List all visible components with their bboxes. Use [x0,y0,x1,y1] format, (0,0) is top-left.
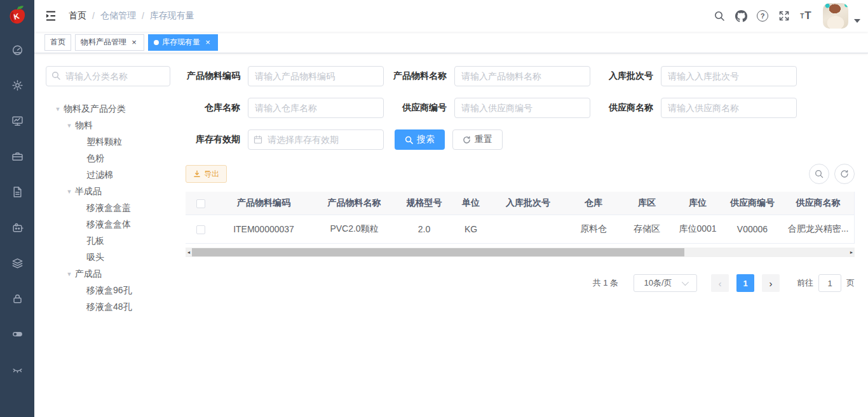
form-field: 仓库名称 [186,98,384,118]
text-input[interactable] [661,66,797,86]
document-icon[interactable] [0,174,34,209]
scrollbar-thumb[interactable] [192,248,684,256]
tree-node[interactable]: ▼塑料颗粒 [46,134,170,150]
reset-button-label: 重置 [475,134,492,145]
tab-close-icon[interactable]: × [203,38,212,47]
tree-expand-icon[interactable]: ▼ [64,122,75,129]
inventory-table: 产品物料编码产品物料名称规格型号单位入库批次号仓库库区库位供应商编号供应商名称 … [186,192,855,244]
tree-node[interactable]: ▼孔板 [46,233,170,249]
breadcrumb-item[interactable]: 首页 [69,10,86,22]
column-header: 单位 [451,197,491,209]
column-header: 仓库 [566,197,621,209]
content-area: ▼物料及产品分类▼物料▼塑料颗粒▼色粉▼过滤棉▼半成品▼移液盒盒盖▼移液盒盒体▼… [34,53,868,417]
tree-node-label: 物料 [75,120,93,131]
goto-page: 前往 页 [797,274,855,292]
page-number-button[interactable]: 1 [736,274,754,292]
tree-node-label: 半成品 [75,186,102,197]
text-input[interactable] [248,98,384,118]
tab-label: 首页 [50,37,65,48]
column-header: 库位 [672,197,723,209]
form-field-label: 入库批次号 [599,70,661,82]
lock-icon[interactable] [0,281,34,316]
monitor-icon[interactable] [0,103,34,138]
tab-close-icon[interactable]: × [130,38,139,47]
tree-node[interactable]: ▼物料及产品分类 [46,101,170,117]
tree-node[interactable]: ▼物料 [46,117,170,134]
text-input[interactable] [248,66,384,86]
scroll-left-button[interactable]: ◄ [186,248,192,257]
tree-node[interactable]: ▼移液盒96孔 [46,282,170,299]
toggle-icon[interactable] [0,316,34,352]
date-picker-input[interactable] [248,129,384,150]
github-icon[interactable] [730,0,752,32]
tree-node[interactable]: ▼移液盒盒盖 [46,200,170,216]
settings-icon[interactable] [0,67,34,103]
eye-closed-icon[interactable] [0,352,34,387]
tab-label: 物料产品管理 [81,37,126,48]
page-size-select[interactable]: 10条/页 [634,274,697,292]
goto-page-input[interactable] [818,274,841,292]
app-root: K 首页/仓储管理/库存现有量 ?TT 首页物料产品管理×库存现有量× [0,0,868,417]
tree-node[interactable]: ▼过滤棉 [46,167,170,183]
user-menu-caret-icon[interactable] [854,19,860,23]
column-header: 产品物料编码 [216,197,311,209]
prev-page-button[interactable]: ‹ [711,274,729,292]
tree-node[interactable]: ▼色粉 [46,150,170,167]
tree-node-label: 移液盒盒体 [86,219,131,230]
tree-expand-icon[interactable]: ▼ [64,271,75,277]
form-field: 产品物料名称 [392,66,590,86]
tree-node[interactable]: ▼吸头 [46,249,170,266]
horizontal-scrollbar: ◄ ► [186,248,855,257]
tree-node-label: 孔板 [86,235,104,247]
top-navbar: 首页/仓储管理/库存现有量 ?TT [34,0,868,32]
search-icon[interactable] [709,0,730,32]
plugin-icon[interactable] [0,209,34,245]
download-icon [193,170,201,178]
form-field: 供应商编号 [392,98,590,118]
next-page-button[interactable]: › [762,274,780,292]
search-button[interactable]: 搜索 [395,129,445,150]
table-header-row: 产品物料编码产品物料名称规格型号单位入库批次号仓库库区库位供应商编号供应商名称 [186,192,854,215]
toolbox-icon[interactable] [0,138,34,174]
sidebar-toggle-icon[interactable] [44,10,57,22]
tree-expand-icon[interactable]: ▼ [52,106,64,112]
app-logo[interactable]: K [0,0,34,32]
form-field: 产品物料编码 [186,66,384,86]
dashboard-icon[interactable] [0,32,34,67]
refresh-icon [840,169,849,178]
font-size-icon[interactable]: TT [795,0,817,32]
navbar-icon-group: ?TT [709,0,817,32]
goto-label: 前往 [797,277,813,289]
form-field: 入库批次号 [599,66,797,86]
category-search-input[interactable] [46,66,170,86]
tree-node[interactable]: ▼半成品 [46,183,170,200]
sidebar: K [0,0,34,417]
tab-inventory-onhand[interactable]: 库存现有量× [148,34,218,51]
tab-home[interactable]: 首页 [44,34,71,51]
row-checkbox[interactable] [196,225,205,234]
text-input[interactable] [454,98,590,118]
export-button[interactable]: 导出 [186,165,227,183]
scrollbar-track[interactable] [192,248,848,257]
refresh-button[interactable] [834,164,855,184]
tree-expand-icon[interactable]: ▼ [64,189,75,195]
tree-node-label: 产成品 [75,268,102,280]
text-input[interactable] [454,66,590,86]
chevron-down-icon [681,279,688,286]
fullscreen-icon[interactable] [773,0,795,32]
layers-icon[interactable] [0,245,34,281]
tree-node-label: 物料及产品分类 [64,103,126,115]
user-avatar[interactable] [823,3,848,29]
select-all-checkbox[interactable] [196,199,205,208]
tree-node[interactable]: ▼移液盒盒体 [46,216,170,233]
help-icon[interactable]: ? [752,0,773,32]
form-field-label: 产品物料名称 [392,70,454,82]
toggle-search-button[interactable] [809,164,829,184]
tab-material-product[interactable]: 物料产品管理× [75,34,144,51]
text-input[interactable] [661,98,797,118]
scroll-right-button[interactable]: ► [848,248,855,257]
column-header: 供应商名称 [782,197,855,209]
tree-node[interactable]: ▼移液盒48孔 [46,299,170,315]
reset-button[interactable]: 重置 [452,129,503,150]
tree-node[interactable]: ▼产成品 [46,266,170,282]
